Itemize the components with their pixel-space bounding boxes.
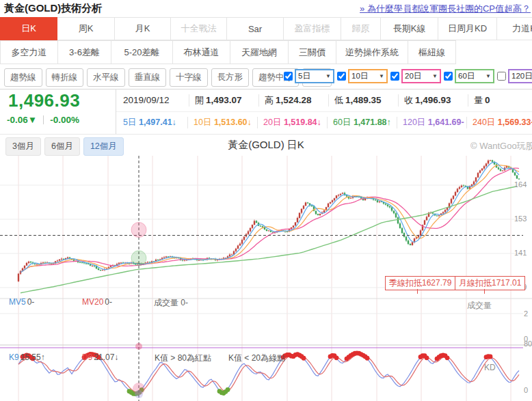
- page-title: 黃金(GOLD)技術分析: [4, 2, 102, 15]
- period-button[interactable]: 3個月: [5, 137, 41, 156]
- price-change: -0.06▼: [7, 115, 37, 125]
- chevron-down-icon: ▼: [432, 73, 438, 79]
- deduction-annotation: 月線扣抵1717.01: [455, 276, 525, 290]
- ohlc-item: 高1,524.28: [258, 94, 328, 107]
- ma-checkbox[interactable]: [444, 72, 453, 81]
- ma-value-item: 60日 1,471.88↑: [327, 117, 397, 128]
- k9-label: K915.55↑: [9, 352, 45, 362]
- ohlc-item: 量0: [468, 94, 532, 107]
- ma-period-select[interactable]: 20日▼: [401, 69, 441, 83]
- watermark: © WantGoo玩股網: [470, 140, 532, 152]
- indicator-tabs-secondary: 多空力道3-6差離5-20差離布林通道天羅地網三關價逆勢操作系統樞紐線: [0, 40, 532, 64]
- d9-label: D921.07↓: [82, 352, 118, 362]
- period-button[interactable]: 12個月: [83, 137, 124, 156]
- promo-link[interactable]: » 為什麼學員都說軍團長社團的CP值超高？: [360, 3, 531, 15]
- draw-button[interactable]: 趨勢線: [4, 68, 42, 87]
- ma-control: 5日▼: [284, 69, 334, 83]
- tab2-5[interactable]: 天羅地網: [230, 40, 289, 64]
- annotation-tick: [484, 289, 485, 294]
- chevron-down-icon: ▼: [486, 73, 491, 79]
- chart-toolbar: 趨勢線轉折線水平線垂直線十字線長方形趨勢中線清除 5日▼10日▼20日▼60日▼…: [0, 66, 532, 89]
- ohlc-item: 低1,489.35: [328, 94, 398, 107]
- kd-note-high: K值 > 80為紅點: [155, 352, 211, 364]
- last-price: 1,496.93: [8, 90, 80, 111]
- ma-values-row: 5日 1,497.41↓10日 1,513.60↓20日 1,519.84↓60…: [116, 111, 532, 134]
- chevron-down-icon: ▼: [379, 73, 384, 79]
- draw-button[interactable]: 十字線: [170, 68, 208, 87]
- axis-tick: 2: [524, 309, 528, 318]
- ma-value-item: 240日 1,569.33-: [466, 117, 532, 128]
- ma-period-select[interactable]: 120日▼: [508, 69, 532, 83]
- tab2-8[interactable]: 樞紐線: [408, 40, 456, 64]
- price-tick: 153: [514, 215, 527, 223]
- price-change-row: -0.06▼ -0.00%: [7, 115, 79, 125]
- quote-detail-block: 2019/09/12 開1,493.07高1,524.28低1,489.35收1…: [116, 89, 532, 134]
- ma-period-select[interactable]: 5日▼: [295, 69, 334, 83]
- tab2-4[interactable]: 布林通道: [173, 40, 230, 64]
- tab2-7[interactable]: 逆勢操作系統: [336, 40, 408, 64]
- tab-9[interactable]: 日周月KD: [438, 17, 497, 40]
- tab-1[interactable]: 日K: [0, 17, 57, 40]
- ma-period-select[interactable]: 60日▼: [455, 69, 494, 83]
- kd-note-low: K值 < 20為綠點: [228, 352, 285, 364]
- tab-2[interactable]: 周K: [57, 17, 115, 40]
- ma-checkbox[interactable]: [337, 72, 346, 81]
- tab2-6[interactable]: 三關價: [289, 40, 336, 64]
- deduction-annotation: 季線扣抵1627.79: [385, 276, 455, 290]
- axis-tick: 80: [524, 340, 532, 348]
- ma-checkbox[interactable]: [497, 72, 506, 81]
- tab-4[interactable]: 十全戰法: [171, 17, 227, 40]
- tab2-2[interactable]: 3-6差離: [58, 40, 111, 64]
- ma-value-item: 10日 1,513.60↓: [187, 117, 257, 128]
- ma-period-select[interactable]: 10日▼: [348, 69, 388, 83]
- ma-control: 120日▼: [497, 69, 532, 83]
- draw-tools: 趨勢線轉折線水平線垂直線十字線長方形趨勢中線清除: [4, 68, 332, 87]
- ma-checkbox[interactable]: [390, 72, 399, 81]
- mv5-label: MV50-: [9, 297, 34, 307]
- ma-control: 10日▼: [337, 69, 388, 83]
- chart-area[interactable]: MV50- MV200- 成交量 0- 成交量 K915.55↑ D921.07…: [0, 156, 532, 401]
- indicator-tabs-primary: 日K周K月K十全戰法Sar盈富指標歸原長期K線日周月KD力道K: [0, 17, 532, 40]
- technical-analysis-page: 黃金(GOLD)技術分析 » 為什麼學員都說軍團長社團的CP值超高？ 日K周K月…: [0, 0, 532, 401]
- ma-value-item: 20日 1,519.84↓: [257, 117, 327, 128]
- price-tick: 164: [514, 180, 527, 189]
- chart-header: 3個月6個月12個月 黃金(GOLD) 日K © WantGoo玩股網: [0, 135, 532, 156]
- ohlc-item: 收1,496.93: [398, 94, 468, 107]
- draw-button[interactable]: 水平線: [87, 68, 125, 87]
- tab-7[interactable]: 歸原: [341, 17, 381, 40]
- period-buttons: 3個月6個月12個月: [5, 137, 124, 156]
- quote-price-block: 1,496.93 -0.06▼ -0.00%: [0, 89, 116, 134]
- ma-checkbox[interactable]: [284, 72, 293, 81]
- draw-button[interactable]: 轉折線: [46, 68, 84, 87]
- ma-controls: 5日▼10日▼20日▼60日▼120日▼240日▼: [284, 69, 532, 83]
- volume-zero-label: 成交量 0-: [154, 297, 188, 309]
- draw-button[interactable]: 垂直線: [129, 68, 167, 87]
- draw-button[interactable]: 長方形: [211, 68, 250, 87]
- tab-8[interactable]: 長期K線: [381, 17, 438, 40]
- period-button[interactable]: 6個月: [44, 137, 80, 156]
- ohlc-item: 開1,493.07: [189, 94, 258, 107]
- price-tick: 141: [514, 249, 527, 257]
- annotation-tick: [417, 289, 418, 294]
- axis-tick: 0: [524, 386, 528, 394]
- mv20-label: MV200-: [82, 297, 112, 307]
- tab-5[interactable]: Sar: [227, 17, 284, 40]
- tab-6[interactable]: 盈富指標: [284, 17, 341, 40]
- chevron-down-icon: ▼: [325, 73, 331, 79]
- kd-series-label: KD: [484, 363, 496, 372]
- ohlc-row: 2019/09/12 開1,493.07高1,524.28低1,489.35收1…: [116, 89, 532, 112]
- ma-control: 20日▼: [390, 69, 441, 83]
- ma-control: 60日▼: [444, 69, 494, 83]
- quote-date: 2019/09/12: [116, 95, 189, 105]
- divider: [43, 115, 44, 124]
- tab2-1[interactable]: 多空力道: [0, 40, 58, 64]
- volume-right-label: 成交量: [467, 300, 492, 312]
- ma-value-item: 5日 1,497.41↓: [116, 117, 187, 128]
- tab-10[interactable]: 力道K: [497, 17, 532, 40]
- page-header: 黃金(GOLD)技術分析 » 為什麼學員都說軍團長社團的CP值超高？: [0, 0, 532, 17]
- price-change-pct: -0.00%: [50, 115, 79, 125]
- quote-panel: 1,496.93 -0.06▼ -0.00% 2019/09/12 開1,493…: [0, 89, 532, 135]
- tab-3[interactable]: 月K: [115, 17, 171, 40]
- tab2-3[interactable]: 5-20差離: [111, 40, 173, 64]
- ma-value-item: 120日 1,641.69-: [397, 117, 466, 128]
